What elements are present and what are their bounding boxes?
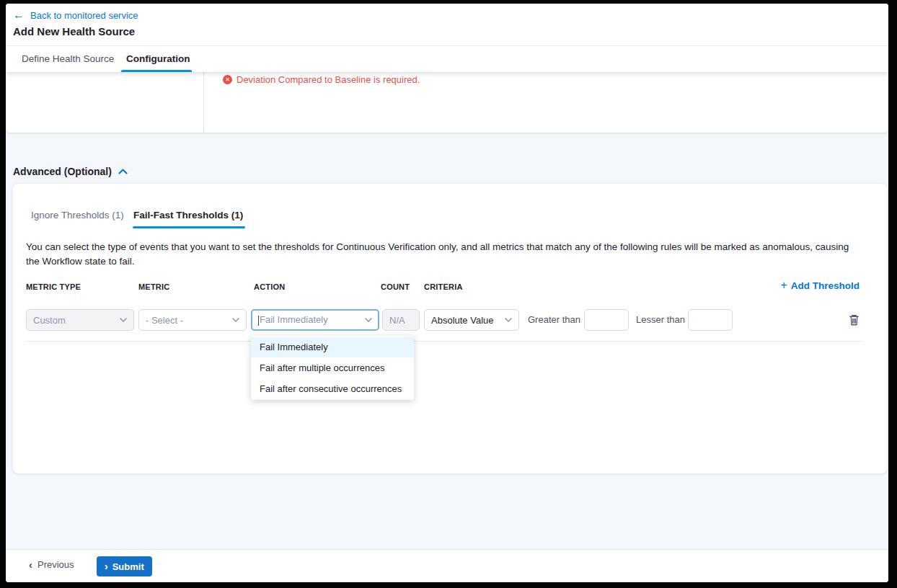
metric-select-placeholder: - Select - (146, 315, 183, 326)
submit-button[interactable]: › Submit (97, 556, 152, 576)
validation-error-text: Deviation Compared to Baseline is requir… (237, 74, 420, 85)
chevron-down-icon (365, 318, 372, 322)
back-link-label: Back to monitored service (30, 10, 138, 21)
action-select-value: Fail Immediately (260, 314, 328, 325)
lesser-than-label: Lesser than (636, 309, 685, 331)
action-dropdown-menu: Fail Immediately Fail after multiple occ… (251, 336, 414, 400)
column-header-criteria: CRITERIA (424, 282, 463, 291)
tab-define-health-source[interactable]: Define Health Source (22, 53, 114, 64)
metric-select[interactable]: - Select - (138, 309, 247, 331)
wizard-tabbar: Define Health Source Configuration (6, 45, 888, 72)
column-header-metric-type: METRIC TYPE (26, 282, 81, 291)
action-select[interactable]: Fail Immediately (251, 309, 379, 331)
chevron-left-icon: ‹ (29, 559, 32, 570)
card-active-tab-underline (133, 226, 245, 228)
column-header-metric: METRIC (138, 282, 169, 291)
advanced-section-toggle[interactable]: Advanced (Optional) (13, 166, 128, 177)
column-header-action: ACTION (254, 282, 285, 291)
greater-than-label: Greater than (528, 309, 580, 331)
criteria-select[interactable]: Absolute Value (424, 309, 519, 331)
criteria-value: Absolute Value (431, 315, 494, 326)
greater-than-input[interactable] (584, 309, 629, 331)
thresholds-card: Ignore Thresholds (1) Fail-Fast Threshol… (13, 184, 887, 473)
chevron-down-icon (120, 318, 127, 322)
trash-icon (848, 313, 860, 326)
count-input[interactable]: N/A (382, 309, 420, 331)
threshold-row: Custom - Select - Fail Immediately N/A A… (13, 309, 887, 331)
metric-type-value: Custom (33, 315, 66, 326)
page-title: Add New Health Source (13, 25, 135, 37)
text-cursor (258, 316, 259, 326)
menu-item-fail-after-multiple[interactable]: Fail after multiple occurrences (251, 357, 414, 378)
screenshot-frame: ← Back to monitored service Add New Heal… (0, 0, 897, 588)
menu-item-fail-immediately[interactable]: Fail Immediately (251, 337, 414, 357)
add-threshold-button[interactable]: + Add Threshold (780, 280, 860, 291)
delete-row-button[interactable] (848, 313, 861, 326)
plus-icon: + (780, 280, 787, 291)
tab-ignore-thresholds[interactable]: Ignore Thresholds (1) (31, 210, 124, 220)
back-arrow-icon: ← (13, 9, 25, 21)
submit-button-label: Submit (112, 561, 144, 572)
panel-divider (203, 72, 204, 133)
previous-button[interactable]: ‹ Previous (29, 559, 74, 570)
menu-item-fail-after-consecutive[interactable]: Fail after consecutive occurrences (251, 378, 414, 399)
add-threshold-label: Add Threshold (791, 280, 860, 291)
row-divider (26, 341, 862, 342)
metric-type-select[interactable]: Custom (26, 309, 134, 331)
tab-fail-fast-thresholds[interactable]: Fail-Fast Thresholds (1) (133, 210, 243, 220)
wizard-footer: ‹ Previous › Submit (6, 549, 888, 582)
previous-button-label: Previous (37, 559, 74, 570)
column-header-count: COUNT (381, 282, 410, 291)
chevron-right-icon: › (105, 561, 108, 571)
advanced-section-label: Advanced (Optional) (13, 166, 112, 177)
chevron-down-icon (505, 318, 512, 322)
top-header: ← Back to monitored service Add New Heal… (6, 4, 888, 45)
thresholds-description: You can select the type of events that y… (26, 240, 862, 269)
error-icon: ✕ (223, 75, 232, 84)
configuration-panel: ✕ Deviation Compared to Baseline is requ… (6, 72, 888, 133)
app-window: ← Back to monitored service Add New Heal… (6, 4, 888, 582)
chevron-down-icon (232, 318, 239, 322)
validation-error: ✕ Deviation Compared to Baseline is requ… (223, 74, 420, 85)
count-value: N/A (389, 315, 405, 326)
tab-configuration[interactable]: Configuration (126, 53, 190, 64)
chevron-up-icon (118, 169, 128, 174)
active-tab-underline (121, 70, 192, 72)
lesser-than-input[interactable] (688, 309, 733, 331)
back-link[interactable]: ← Back to monitored service (13, 9, 138, 21)
